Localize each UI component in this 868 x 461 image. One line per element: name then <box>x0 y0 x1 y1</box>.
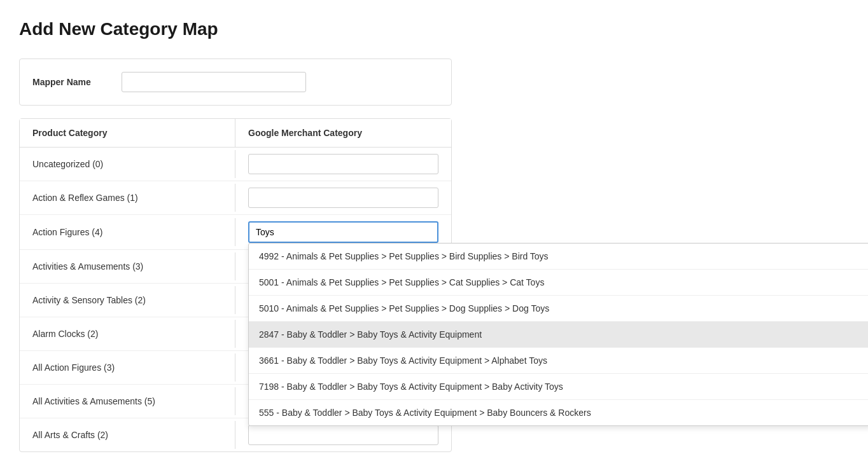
category-name-cell: All Arts & Crafts (2) <box>20 421 235 449</box>
category-name-cell: Activity & Sensory Tables (2) <box>20 286 235 314</box>
dropdown-item[interactable]: 555 - Baby & Toddler > Baby Toys & Activ… <box>249 400 868 425</box>
category-input-cell <box>235 148 451 181</box>
google-category-input[interactable] <box>248 221 438 243</box>
category-name-cell: All Activities & Amusements (5) <box>20 387 235 415</box>
category-name-cell: Action & Reflex Games (1) <box>20 184 235 212</box>
google-category-input[interactable] <box>248 154 438 174</box>
category-name-cell: Uncategorized (0) <box>20 150 235 178</box>
table-row: Action Figures (4)4992 - Animals & Pet S… <box>20 215 451 250</box>
page-title: Add New Category Map <box>19 19 849 39</box>
col-product-header: Product Category <box>20 119 235 147</box>
dropdown-item[interactable]: 2847 - Baby & Toddler > Baby Toys & Acti… <box>249 322 868 348</box>
table-header: Product Category Google Merchant Categor… <box>20 119 451 148</box>
dropdown-item[interactable]: 5010 - Animals & Pet Supplies > Pet Supp… <box>249 296 868 322</box>
category-name-cell: Action Figures (4) <box>20 218 235 246</box>
dropdown-item[interactable]: 4992 - Animals & Pet Supplies > Pet Supp… <box>249 244 868 270</box>
page-container: Add New Category Map Mapper Name Product… <box>0 0 868 461</box>
mapper-name-section: Mapper Name <box>19 58 452 106</box>
google-category-input[interactable] <box>248 188 438 208</box>
mapper-name-input[interactable] <box>122 72 306 92</box>
table-body: Uncategorized (0)Action & Reflex Games (… <box>20 148 451 451</box>
google-category-input[interactable] <box>248 425 438 445</box>
category-table: Product Category Google Merchant Categor… <box>19 118 452 452</box>
mapper-name-label: Mapper Name <box>32 77 109 87</box>
dropdown-item[interactable]: 3661 - Baby & Toddler > Baby Toys & Acti… <box>249 348 868 374</box>
dropdown-item[interactable]: 7198 - Baby & Toddler > Baby Toys & Acti… <box>249 374 868 400</box>
table-row: Uncategorized (0) <box>20 148 451 181</box>
dropdown-item[interactable]: 5001 - Animals & Pet Supplies > Pet Supp… <box>249 270 868 296</box>
category-input-cell <box>235 181 451 214</box>
category-name-cell: Activities & Amusements (3) <box>20 252 235 280</box>
category-input-cell: 4992 - Animals & Pet Supplies > Pet Supp… <box>235 215 451 249</box>
col-google-header: Google Merchant Category <box>235 119 451 147</box>
category-dropdown: 4992 - Animals & Pet Supplies > Pet Supp… <box>248 243 868 426</box>
category-name-cell: All Action Figures (3) <box>20 354 235 382</box>
table-row: Action & Reflex Games (1) <box>20 181 451 215</box>
category-name-cell: Alarm Clocks (2) <box>20 320 235 348</box>
